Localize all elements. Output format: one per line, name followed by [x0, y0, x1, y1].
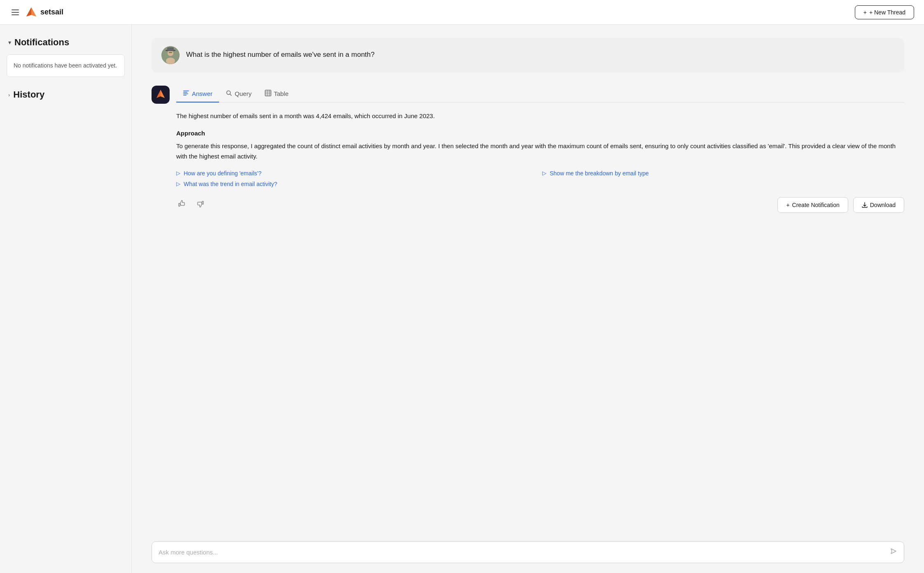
user-message: What is the highest number of emails we'…: [152, 38, 904, 72]
action-buttons: + Create Notification Download: [777, 197, 904, 213]
logo-text: setsail: [40, 8, 63, 16]
create-notification-button[interactable]: + Create Notification: [777, 197, 848, 213]
svg-rect-12: [183, 92, 187, 93]
followup-link-1[interactable]: ▷ Show me the breakdown by email type: [542, 170, 904, 177]
send-icon[interactable]: [890, 547, 897, 557]
chat-area: What is the highest number of emails we'…: [132, 25, 924, 535]
user-avatar: [161, 46, 180, 64]
svg-line-16: [230, 94, 232, 96]
feedback-icons: [176, 198, 206, 212]
notifications-box: No notifications have been activated yet…: [7, 54, 125, 77]
followup-link-0[interactable]: ▷ How are you defining 'emails'?: [176, 170, 538, 177]
avatar-image: [161, 46, 180, 64]
logo: setsail: [26, 7, 63, 18]
table-tab-icon: [265, 90, 271, 98]
download-icon: [862, 202, 868, 208]
setsail-logo-icon: [26, 7, 37, 18]
chat-input[interactable]: [159, 549, 885, 556]
menu-icon[interactable]: [10, 8, 21, 17]
thumbs-up-button[interactable]: [176, 198, 188, 212]
thumbs-down-button[interactable]: [194, 198, 206, 212]
svg-rect-23: [202, 201, 203, 204]
chat-input-wrapper: [152, 541, 904, 563]
response-summary-text: The highest number of emails sent in a m…: [176, 111, 904, 121]
query-tab-icon: [226, 90, 232, 98]
chevron-down-icon: ▾: [8, 39, 11, 46]
answer-tab-icon: [183, 90, 189, 98]
tab-table-label: Table: [274, 90, 289, 97]
svg-point-5: [166, 58, 175, 64]
approach-title: Approach: [176, 130, 904, 137]
create-notification-label: Create Notification: [792, 202, 840, 208]
notifications-section-header[interactable]: ▾ Notifications: [7, 35, 125, 50]
header: setsail + + New Thread: [0, 0, 924, 25]
followup-links: ▷ How are you defining 'emails'? ▷ Show …: [176, 170, 904, 187]
followup-arrow-2: ▷: [176, 181, 180, 187]
followup-arrow-0: ▷: [176, 170, 180, 176]
tab-answer[interactable]: Answer: [176, 86, 219, 102]
main-content: What is the highest number of emails we'…: [132, 25, 924, 573]
new-thread-button[interactable]: + + New Thread: [855, 5, 914, 19]
chat-input-area: [132, 535, 924, 573]
notifications-title: Notifications: [14, 37, 69, 48]
tab-query[interactable]: Query: [219, 86, 258, 102]
tab-query-label: Query: [235, 90, 252, 97]
svg-rect-17: [265, 90, 271, 96]
ai-avatar: [152, 86, 170, 104]
approach-text: To generate this response, I aggregated …: [176, 141, 904, 162]
download-label: Download: [870, 202, 896, 208]
svg-rect-11: [183, 91, 189, 91]
download-button[interactable]: Download: [853, 197, 904, 213]
followup-arrow-1: ▷: [542, 170, 546, 176]
ai-response: Answer Query: [152, 86, 904, 213]
tab-answer-label: Answer: [192, 90, 212, 97]
svg-marker-10: [161, 90, 165, 98]
svg-marker-2: [26, 7, 31, 16]
tab-table[interactable]: Table: [258, 86, 295, 102]
followup-link-2[interactable]: ▷ What was the trend in email activity?: [176, 181, 538, 187]
svg-rect-22: [179, 203, 180, 206]
notifications-empty-text: No notifications have been activated yet…: [14, 62, 117, 69]
response-tabs: Answer Query: [176, 86, 904, 102]
chevron-right-icon: ›: [8, 92, 10, 98]
plus-icon: +: [863, 9, 867, 16]
plus-icon-notif: +: [786, 202, 789, 208]
ai-response-body: Answer Query: [176, 86, 904, 213]
svg-marker-1: [31, 7, 36, 16]
svg-rect-8: [167, 47, 174, 51]
svg-rect-13: [183, 93, 188, 94]
followup-text-0: How are you defining 'emails'?: [184, 170, 261, 177]
new-thread-label: + New Thread: [869, 9, 905, 16]
followup-text-1: Show me the breakdown by email type: [550, 170, 649, 177]
followup-text-2: What was the trend in email activity?: [184, 181, 277, 187]
action-row: + Create Notification Download: [176, 197, 904, 213]
svg-rect-14: [183, 95, 187, 96]
header-left: setsail: [10, 7, 63, 18]
history-title: History: [13, 89, 44, 100]
svg-rect-6: [169, 52, 172, 53]
sidebar: ▾ Notifications No notifications have be…: [0, 25, 132, 573]
user-message-text: What is the highest number of emails we'…: [186, 46, 375, 60]
history-section-header[interactable]: › History: [7, 87, 125, 102]
main-layout: ▾ Notifications No notifications have be…: [0, 25, 924, 573]
